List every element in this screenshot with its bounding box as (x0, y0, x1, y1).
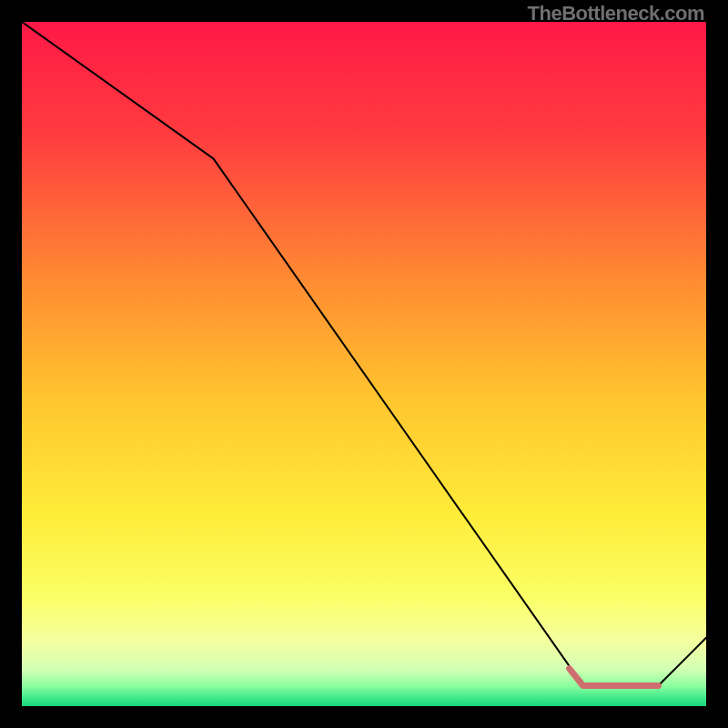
watermark-text: TheBottleneck.com (528, 2, 704, 25)
plot-svg (22, 22, 706, 706)
gradient-background (22, 22, 706, 706)
plot-area (22, 22, 706, 706)
chart-frame: TheBottleneck.com (0, 0, 728, 728)
